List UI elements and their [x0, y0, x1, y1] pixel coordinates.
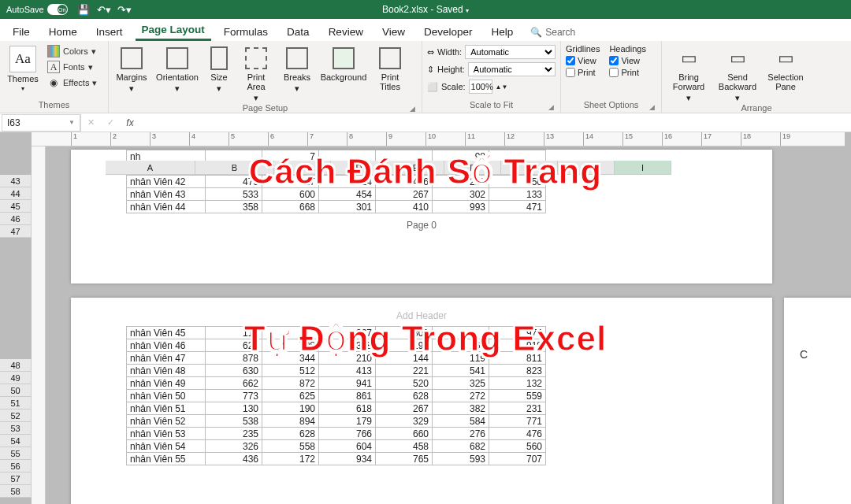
data-table-2[interactable]: nhân Viên 45119367801974nhân Viên 466237… — [126, 326, 546, 465]
size-button[interactable]: Size▾ — [205, 44, 233, 94]
table-row[interactable]: nhân Viên 43533600454267302133 — [127, 188, 546, 201]
cell[interactable]: 471 — [489, 201, 546, 213]
cell[interactable]: 144 — [376, 352, 433, 365]
cell[interactable]: 119 — [433, 352, 489, 365]
col-header[interactable]: I — [615, 161, 671, 175]
row-header[interactable]: 56 — [0, 460, 32, 472]
background-button[interactable]: Background — [320, 44, 367, 82]
cell[interactable]: 256 — [489, 176, 546, 188]
enter-icon[interactable]: ✓ — [107, 117, 114, 128]
table-row[interactable]: nhân Viên 46623798398196166919 — [127, 339, 546, 352]
cell[interactable]: 771 — [489, 415, 546, 428]
bring-forward-button[interactable]: ▭Bring Forward▾ — [667, 44, 711, 103]
headings-view-check[interactable]: View — [609, 56, 645, 65]
cell[interactable]: 324 — [319, 176, 376, 188]
cell[interactable]: 625 — [262, 390, 319, 402]
cell[interactable]: 329 — [376, 415, 433, 428]
cell[interactable]: 668 — [262, 201, 319, 213]
col-header[interactable]: D — [331, 161, 388, 175]
cell[interactable]: 707 — [489, 453, 546, 465]
cell[interactable]: 413 — [319, 365, 376, 377]
cell[interactable]: 470 — [206, 176, 262, 188]
tab-home[interactable]: Home — [43, 23, 84, 41]
cell[interactable]: 541 — [433, 365, 489, 377]
selection-pane-button[interactable]: ▭Selection Pane — [764, 44, 807, 91]
cell[interactable]: 476 — [489, 428, 546, 440]
cell[interactable]: nhân Viên 53 — [127, 428, 206, 440]
cell[interactable]: 878 — [206, 352, 262, 365]
cell[interactable]: nhân Viên 42 — [127, 176, 206, 188]
cell[interactable]: 190 — [262, 402, 319, 415]
cell[interactable]: nhân Viên 46 — [127, 339, 206, 352]
gridlines-view-check[interactable]: View — [566, 56, 600, 65]
cell[interactable]: 454 — [319, 188, 376, 201]
cell[interactable]: nhân Viên 48 — [127, 365, 206, 377]
cell[interactable]: 558 — [262, 440, 319, 453]
table-row[interactable]: nhân Viên 42470817324456219256 — [127, 176, 546, 188]
cell[interactable]: 993 — [433, 201, 489, 213]
cell[interactable]: 272 — [433, 390, 489, 402]
tab-view[interactable]: View — [376, 23, 411, 41]
col-header[interactable]: G — [501, 161, 558, 175]
cell[interactable]: 172 — [262, 453, 319, 465]
cell[interactable]: nhân Viên 44 — [127, 201, 206, 213]
cell[interactable]: 811 — [489, 352, 546, 365]
cell[interactable]: 934 — [319, 453, 376, 465]
cell[interactable]: 344 — [262, 352, 319, 365]
cell[interactable]: 941 — [319, 377, 376, 390]
cell[interactable]: 166 — [433, 339, 489, 352]
cell[interactable]: 974 — [489, 327, 546, 339]
cell[interactable]: 132 — [489, 377, 546, 390]
cell[interactable]: 872 — [262, 377, 319, 390]
cell[interactable]: 630 — [206, 365, 262, 377]
table-row[interactable]: nhân Viên 55436172934765593707 — [127, 453, 546, 465]
cell[interactable]: 219 — [433, 176, 489, 188]
autosave-toggle[interactable]: AutoSave On — [6, 4, 68, 15]
col-header[interactable]: A — [106, 161, 195, 175]
cell[interactable]: 267 — [376, 402, 433, 415]
tab-file[interactable]: File — [6, 23, 36, 41]
tab-review[interactable]: Review — [322, 23, 370, 41]
breaks-button[interactable]: Breaks▾ — [279, 44, 315, 94]
cell[interactable]: 267 — [376, 188, 433, 201]
cell[interactable]: 301 — [319, 201, 376, 213]
cell[interactable]: 894 — [262, 415, 319, 428]
table-row[interactable]: nhân Viên 45119367801974 — [127, 327, 546, 339]
cell[interactable]: 398 — [319, 339, 376, 352]
cell[interactable]: 276 — [433, 428, 489, 440]
fonts-button[interactable]: AFonts ▾ — [46, 60, 98, 74]
table-row[interactable]: nhân Viên 53235628766660276476 — [127, 428, 546, 440]
cell[interactable]: 593 — [433, 453, 489, 465]
launcher-icon[interactable]: ◢ — [649, 103, 655, 111]
cell[interactable]: 358 — [206, 201, 262, 213]
headings-print-check[interactable]: Print — [609, 68, 645, 77]
row-header[interactable]: 49 — [0, 372, 32, 384]
cell[interactable]: 130 — [206, 402, 262, 415]
cell[interactable]: 533 — [206, 188, 262, 201]
table-row[interactable]: nhân Viên 52538894179329584771 — [127, 415, 546, 428]
send-backward-button[interactable]: ▭Send Backward▾ — [715, 44, 760, 103]
cell[interactable]: 628 — [262, 428, 319, 440]
cell[interactable]: 119 — [206, 327, 262, 339]
row-header[interactable]: 46 — [0, 213, 32, 225]
cell[interactable]: nhân Viên 47 — [127, 352, 206, 365]
orientation-button[interactable]: Orientation▾ — [154, 44, 200, 94]
cell[interactable]: 765 — [376, 453, 433, 465]
cell[interactable]: 801 — [376, 327, 433, 339]
row-header[interactable]: 58 — [0, 485, 32, 498]
cell[interactable]: 458 — [376, 440, 433, 453]
row-header[interactable]: 47 — [0, 225, 32, 238]
launcher-icon[interactable]: ◢ — [548, 103, 554, 111]
effects-button[interactable]: ◉Effects ▾ — [46, 76, 98, 90]
cancel-icon[interactable]: ✕ — [87, 117, 95, 128]
colors-button[interactable]: Colors ▾ — [46, 44, 98, 58]
tab-help[interactable]: Help — [485, 23, 519, 41]
row-header[interactable]: 50 — [0, 384, 32, 397]
tell-me-search[interactable]: 🔍 Search — [526, 24, 580, 41]
cell[interactable]: 560 — [489, 440, 546, 453]
page-footer[interactable]: Page 0 — [71, 213, 772, 237]
cell[interactable]: 817 — [262, 176, 319, 188]
cell[interactable]: 512 — [262, 365, 319, 377]
width-select[interactable]: Automatic — [465, 45, 556, 59]
tab-data[interactable]: Data — [281, 23, 316, 41]
